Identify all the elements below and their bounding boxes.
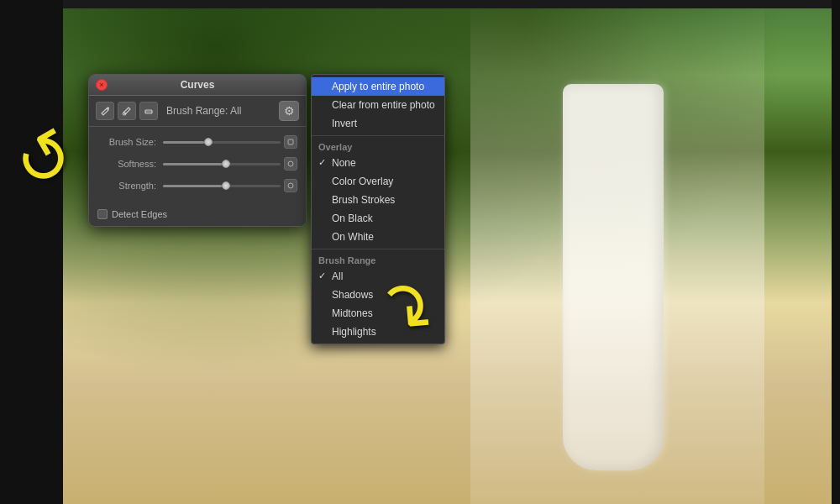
brush-range-section-header: Brush Range [312, 252, 444, 267]
overlay-brush-strokes-item[interactable]: Brush Strokes [312, 191, 444, 209]
strength-end-button[interactable] [284, 179, 297, 192]
clear-entire-menu-item[interactable]: Clear from entire photo [312, 96, 444, 114]
svg-rect-2 [288, 139, 293, 144]
close-button[interactable]: × [96, 79, 108, 91]
brush-size-row: Brush Size: [97, 134, 297, 150]
border-right [832, 0, 840, 504]
strength-label: Strength: [97, 181, 156, 191]
softness-row: Softness: [97, 155, 297, 172]
separator-1 [312, 135, 444, 136]
overlay-none-item[interactable]: None [312, 154, 444, 172]
curves-panel: × Curves Brush Range: All ⚙ [88, 74, 307, 227]
brush-size-label: Brush Size: [97, 137, 156, 147]
strength-track[interactable] [163, 185, 281, 187]
strength-row: Strength: [97, 177, 297, 194]
svg-point-4 [288, 183, 293, 188]
tool-pencil-button[interactable] [96, 102, 114, 120]
gear-icon: ⚙ [284, 104, 295, 118]
tool-brush-button[interactable] [118, 102, 136, 120]
detect-edges-row: Detect Edges [89, 206, 306, 226]
tool-eraser-button[interactable] [139, 102, 158, 120]
overlay-on-black-item[interactable]: On Black [312, 209, 444, 228]
panel-title: Curves [181, 79, 215, 91]
brush-size-track[interactable] [163, 141, 281, 144]
detect-edges-label: Detect Edges [112, 209, 167, 219]
brush-size-end-button[interactable] [284, 135, 297, 149]
overlay-color-item[interactable]: Color Overlay [312, 172, 444, 191]
couple-area [470, 0, 764, 504]
brush-range-label: Brush Range: All [166, 105, 276, 117]
sliders-section: Brush Size: Softness: Strength: [89, 127, 306, 206]
detect-edges-checkbox[interactable] [97, 209, 108, 219]
panel-titlebar: × Curves [89, 75, 306, 96]
panel-toolbar: Brush Range: All ⚙ [89, 96, 306, 127]
border-left [0, 0, 63, 504]
gear-button[interactable]: ⚙ [279, 101, 299, 121]
dress [563, 84, 664, 470]
softness-end-button[interactable] [284, 157, 297, 171]
softness-track[interactable] [163, 163, 281, 165]
separator-2 [312, 249, 444, 249]
svg-point-3 [288, 161, 293, 166]
top-bar [63, 0, 832, 8]
invert-menu-item[interactable]: Invert [312, 114, 444, 133]
softness-label: Softness: [97, 159, 156, 169]
apply-entire-menu-item[interactable]: Apply to entire photo [312, 77, 444, 96]
overlay-on-white-item[interactable]: On White [312, 228, 444, 246]
overlay-section-header: Overlay [312, 139, 444, 154]
